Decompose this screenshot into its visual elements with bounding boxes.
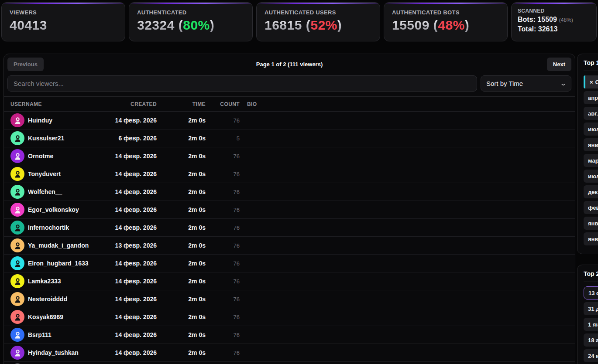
avatar-cell (4, 346, 28, 360)
avatar (10, 256, 24, 270)
stat-paren: ) (210, 18, 215, 32)
avatar-cell (4, 274, 28, 288)
date-filter-item[interactable]: авг. 2 (584, 107, 598, 120)
avatar-cell (4, 131, 28, 145)
avatar (10, 346, 24, 360)
table-row[interactable]: Elron_hugbard_1633 14 февр. 2026 2m 0s 7… (4, 255, 575, 272)
username-cell: Tonyduvert (28, 170, 104, 177)
sort-select[interactable]: Sort by Time ⌄ (481, 75, 571, 92)
created-cell: 14 февр. 2026 (104, 206, 157, 213)
avatar (10, 274, 24, 288)
time-cell: 2m 0s (157, 170, 206, 177)
count-cell: 76 (206, 225, 240, 231)
created-cell: 13 февр. 2026 (104, 242, 157, 249)
table-row[interactable]: Ornotme 14 февр. 2026 2m 0s 76 (4, 147, 575, 165)
search-input[interactable] (7, 75, 477, 92)
time-cell: 2m 0s (157, 135, 206, 142)
table-row[interactable]: Wolfchen__ 14 февр. 2026 2m 0s 76 (4, 183, 575, 201)
table-row[interactable]: Huinduy 14 февр. 2026 2m 0s 76 (4, 112, 575, 129)
table-row[interactable] (4, 362, 575, 364)
created-cell: 14 февр. 2026 (104, 260, 157, 267)
date-filter-item[interactable]: 24 ма (584, 349, 598, 362)
username-cell: Nesteroidddd (28, 296, 104, 303)
stat-value: 15509 (48%) (392, 18, 499, 33)
time-cell: 2m 0s (157, 188, 206, 195)
table-row[interactable]: Kussulser21 6 февр. 2026 2m 0s 5 (4, 129, 575, 147)
date-filter-item[interactable]: июл. (584, 170, 598, 183)
person-icon (14, 349, 22, 357)
table-row[interactable]: Hyinday_tushkan 14 февр. 2026 2m 0s 76 (4, 344, 575, 362)
person-icon (14, 134, 22, 143)
divider (584, 71, 598, 71)
table-row[interactable]: Ya_mudak_i_gandon 13 февр. 2026 2m 0s 76 (4, 237, 575, 255)
stat-percent: 80% (183, 18, 210, 32)
username-cell: Kussulser21 (28, 135, 104, 142)
avatar (10, 292, 24, 306)
date-filter-item[interactable]: апр. (584, 91, 598, 104)
date-filter-item[interactable]: янв. (584, 138, 598, 151)
count-cell: 5 (206, 135, 240, 142)
stat-number: 16815 ( (265, 18, 310, 32)
avatar (10, 167, 24, 181)
stat-value: 40413 (10, 18, 117, 33)
created-cell: 14 февр. 2026 (104, 153, 157, 160)
count-cell: 76 (206, 296, 240, 303)
created-cell: 14 февр. 2026 (104, 188, 157, 195)
stat-card: AUTHENTICATED 32324 (80%) (129, 2, 253, 41)
time-cell: 2m 0s (157, 153, 206, 160)
table-row[interactable]: Bsrp111 14 февр. 2026 2m 0s 76 (4, 326, 575, 344)
avatar-cell (4, 328, 28, 342)
table-row[interactable]: Nesteroidddd 14 февр. 2026 2m 0s 76 (4, 290, 575, 308)
table-row[interactable]: Tonyduvert 14 февр. 2026 2m 0s 76 (4, 165, 575, 183)
column-header-count: COUNT (206, 101, 240, 107)
stat-label: AUTHENTICATED USERS (265, 9, 372, 16)
time-cell: 2m 0s (157, 260, 206, 267)
column-header-username: USERNAME (4, 101, 104, 107)
avatar (10, 310, 24, 324)
avatar-cell (4, 221, 28, 235)
date-filter-item[interactable]: 1 янв (584, 318, 598, 331)
avatar (10, 131, 24, 145)
date-filter-item[interactable]: янв. (584, 217, 598, 230)
count-cell: 76 (206, 332, 240, 338)
stat-percent: 48% (438, 18, 465, 32)
stat-label: VIEWERS (10, 9, 117, 16)
table-row[interactable]: Kosyak6969 14 февр. 2026 2m 0s 76 (4, 308, 575, 326)
clear-filter-chip[interactable]: × Cl (584, 75, 598, 88)
stat-paren: ) (465, 18, 470, 32)
table-row[interactable]: Lamka2333 14 февр. 2026 2m 0s 76 (4, 272, 575, 290)
avatar-cell (4, 310, 28, 324)
top-dates-title: Top 10 (584, 59, 598, 66)
stat-number: 15509 ( (392, 18, 438, 32)
date-filter-item[interactable]: янв. (584, 232, 598, 245)
date-filter-item[interactable]: март (584, 154, 598, 167)
person-icon (14, 170, 22, 178)
count-cell: 76 (206, 171, 240, 177)
stat-value: 16815 (52%) (265, 18, 372, 33)
date-filter-item[interactable]: 31 де (584, 302, 598, 315)
created-cell: 6 февр. 2026 (104, 135, 157, 142)
stat-card: VIEWERS 40413 (1, 2, 125, 41)
close-icon: × (590, 79, 593, 85)
viewers-panel: Previous Page 1 of 2 (111 viewers) Next … (3, 54, 575, 364)
table-row[interactable]: Egor_volkonskoy 14 февр. 2026 2m 0s 76 (4, 201, 575, 219)
date-filter-item[interactable]: дек. (584, 185, 598, 198)
stat-label: AUTHENTICATED BOTS (392, 9, 499, 16)
top-dates-panel-2: Top 20 13 фе 31 де 1 янв 18 ап 24 ма (577, 265, 598, 364)
table-row[interactable]: Infernochortik 14 февр. 2026 2m 0s 76 (4, 219, 575, 237)
count-cell: 76 (206, 350, 240, 356)
date-filter-item[interactable]: 18 ап (584, 333, 598, 347)
previous-page-button[interactable]: Previous (7, 58, 44, 71)
person-icon (14, 242, 22, 250)
avatar-cell (4, 256, 28, 270)
date-filter-item[interactable]: февр. (584, 201, 598, 214)
time-cell: 2m 0s (157, 224, 206, 231)
person-icon (14, 116, 22, 125)
chevron-down-icon: ⌄ (560, 80, 567, 87)
avatar-cell (4, 238, 28, 252)
time-cell: 2m 0s (157, 313, 206, 320)
avatar (10, 328, 24, 342)
next-page-button[interactable]: Next (547, 58, 571, 71)
date-filter-item[interactable]: июл. (584, 122, 598, 136)
date-filter-item-selected[interactable]: 13 фе (584, 286, 598, 299)
